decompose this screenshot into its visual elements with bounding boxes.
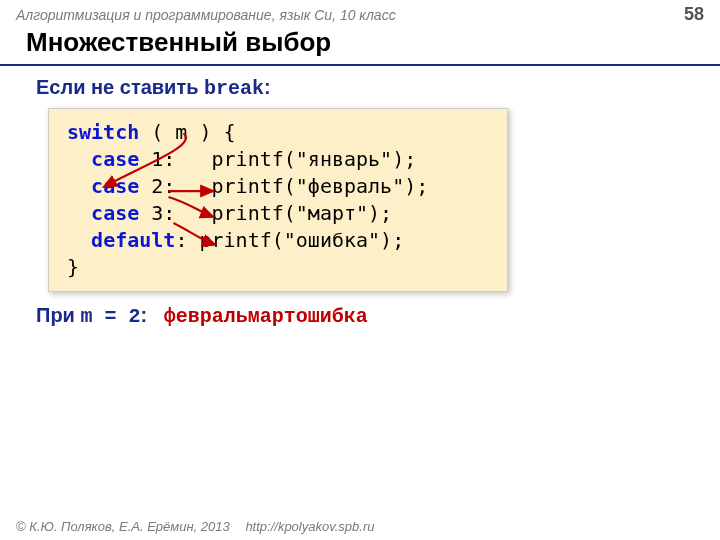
code-l4b: 3: printf("март"); (139, 201, 392, 225)
intro-prefix: Если не ставить (36, 76, 204, 98)
code-line-4: case 3: printf("март"); (67, 200, 489, 227)
intro-line: Если не ставить break: (36, 76, 692, 100)
kw-case: case (91, 174, 139, 198)
slide-footer: © К.Ю. Поляков, Е.А. Ерёмин, 2013 http:/… (16, 519, 374, 534)
kw-switch: switch (67, 120, 139, 144)
code-block: switch ( m ) { case 1: printf("январь");… (48, 108, 508, 292)
code-l6: } (67, 255, 79, 279)
code-l1b: ( m ) { (139, 120, 235, 144)
intro-keyword: break (204, 77, 264, 100)
result-var: m = 2 (80, 305, 140, 328)
course-label: Алгоритмизация и программирование, язык … (16, 7, 396, 23)
code-line-3: case 2: printf("февраль"); (67, 173, 489, 200)
kw-case: case (91, 147, 139, 171)
code-line-1: switch ( m ) { (67, 119, 489, 146)
footer-url[interactable]: http://kpolyakov.spb.ru (245, 519, 374, 534)
page-number: 58 (684, 4, 704, 25)
copyright: © К.Ю. Поляков, Е.А. Ерёмин, 2013 (16, 519, 230, 534)
result-output: февральмартошибка (164, 305, 368, 328)
code-line-2: case 1: printf("январь"); (67, 146, 489, 173)
code-l2b: 1: printf("январь"); (139, 147, 416, 171)
kw-case: case (91, 201, 139, 225)
result-prefix: При (36, 304, 80, 326)
code-line-6: } (67, 254, 489, 281)
code-line-5: default: printf("ошибка"); (67, 227, 489, 254)
kw-default: default (91, 228, 175, 252)
result-suffix: : (140, 304, 147, 326)
slide-content: Если не ставить break: switch ( m ) { ca… (0, 66, 720, 328)
intro-suffix: : (264, 76, 271, 98)
code-l3b: 2: printf("февраль"); (139, 174, 428, 198)
result-line: При m = 2: февральмартошибка (36, 304, 692, 328)
code-l5b: : printf("ошибка"); (175, 228, 404, 252)
slide-title: Множественный выбор (0, 25, 720, 66)
slide-header: Алгоритмизация и программирование, язык … (0, 0, 720, 25)
